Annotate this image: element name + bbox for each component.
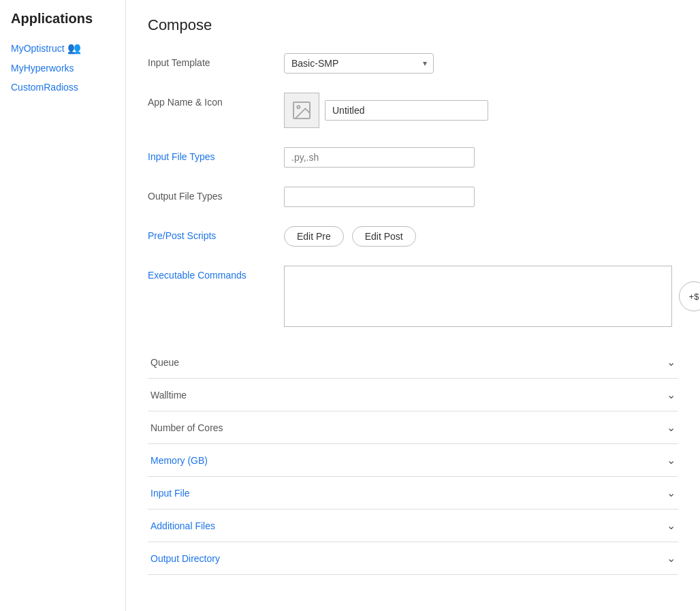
collapsibles-section: Queue ⌄ Walltime ⌄ Number of Cores ⌄ Mem… [148, 346, 678, 575]
output-directory-label: Output Directory [150, 553, 220, 564]
chevron-down-icon: ⌄ [667, 421, 675, 434]
collapsible-walltime[interactable]: Walltime ⌄ [148, 379, 678, 411]
app-name-icon-row: App Name & Icon [148, 93, 678, 128]
sidebar-item-label-customradioss: CustomRadioss [11, 82, 78, 93]
output-file-types-row: Output File Types [148, 187, 678, 207]
sidebar-title: Applications [0, 11, 125, 37]
input-file-types-input[interactable] [284, 147, 475, 168]
sidebar-item-customradioss[interactable]: CustomRadioss [0, 78, 125, 97]
collapsible-number-of-cores[interactable]: Number of Cores ⌄ [148, 411, 678, 444]
memory-gb-label: Memory (GB) [150, 455, 208, 466]
sidebar: Applications MyOptistruct 👥 MyHyperworks… [0, 0, 126, 611]
output-file-types-label: Output File Types [148, 187, 284, 202]
executable-commands-wrapper: +$ [284, 266, 672, 327]
sidebar-item-label-myoptistruct: MyOptistruct [11, 43, 65, 54]
edit-post-button[interactable]: Edit Post [352, 226, 416, 247]
executable-commands-row: Executable Commands +$ [148, 266, 678, 327]
executable-commands-textarea[interactable] [284, 266, 672, 327]
app-name-input[interactable] [325, 100, 488, 121]
additional-files-label: Additional Files [150, 520, 215, 531]
output-file-types-input[interactable] [284, 187, 475, 207]
add-variable-button[interactable]: +$ [679, 281, 700, 311]
input-file-label: Input File [150, 488, 190, 499]
users-icon: 👥 [67, 42, 81, 54]
sidebar-item-myhyperworks[interactable]: MyHyperworks [0, 59, 125, 78]
collapsible-output-directory[interactable]: Output Directory ⌄ [148, 542, 678, 575]
page-title: Compose [148, 16, 678, 34]
app-name-icon-wrapper [284, 93, 488, 128]
pre-post-scripts-row: Pre/Post Scripts Edit Pre Edit Post [148, 226, 678, 247]
queue-label: Queue [150, 357, 179, 368]
chevron-down-icon: ⌄ [667, 388, 675, 401]
number-of-cores-label: Number of Cores [150, 422, 223, 433]
input-file-types-label: Input File Types [148, 147, 284, 162]
walltime-label: Walltime [150, 390, 187, 401]
app-icon-placeholder[interactable] [284, 93, 319, 128]
collapsible-queue[interactable]: Queue ⌄ [148, 346, 678, 379]
svg-point-1 [297, 106, 300, 108]
input-template-select-wrapper[interactable]: Basic-SMP Advanced-SMP MPI ▾ [284, 53, 434, 74]
sidebar-item-label-myhyperworks: MyHyperworks [11, 63, 74, 74]
pre-post-scripts-label: Pre/Post Scripts [148, 226, 284, 241]
collapsible-memory-gb[interactable]: Memory (GB) ⌄ [148, 444, 678, 477]
app-name-icon-label: App Name & Icon [148, 93, 284, 108]
main-content: Compose Input Template Basic-SMP Advance… [126, 0, 700, 611]
input-template-row: Input Template Basic-SMP Advanced-SMP MP… [148, 53, 678, 74]
executable-commands-label: Executable Commands [148, 266, 284, 281]
chevron-down-icon: ⌄ [667, 552, 675, 565]
input-file-types-row: Input File Types [148, 147, 678, 168]
chevron-down-icon: ⌄ [667, 454, 675, 467]
sidebar-item-myoptistruct[interactable]: MyOptistruct 👥 [0, 37, 125, 59]
collapsible-input-file[interactable]: Input File ⌄ [148, 477, 678, 510]
chevron-down-icon: ⌄ [667, 356, 675, 369]
image-icon [291, 99, 313, 121]
edit-pre-button[interactable]: Edit Pre [284, 226, 344, 247]
chevron-down-icon: ⌄ [667, 486, 675, 499]
pre-post-buttons: Edit Pre Edit Post [284, 226, 421, 247]
chevron-down-icon: ⌄ [667, 519, 675, 532]
input-template-label: Input Template [148, 53, 284, 68]
input-template-select[interactable]: Basic-SMP Advanced-SMP MPI [284, 53, 434, 74]
collapsible-additional-files[interactable]: Additional Files ⌄ [148, 510, 678, 542]
